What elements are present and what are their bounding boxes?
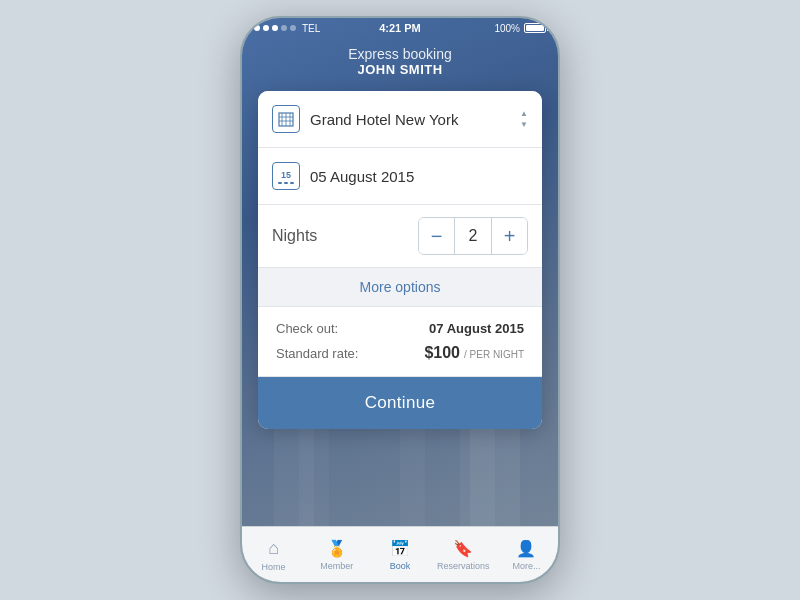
nav-label-member: Member (320, 561, 353, 571)
member-icon: 🏅 (327, 539, 347, 558)
more-options-row[interactable]: More options (258, 268, 542, 307)
page-header: Express booking JOHN SMITH (242, 38, 558, 91)
rate-row: Standard rate: $100 / PER NIGHT (276, 344, 524, 362)
nav-item-book[interactable]: 📅 Book (368, 539, 431, 571)
carrier-label: TEL (302, 23, 320, 34)
home-icon: ⌂ (268, 538, 279, 559)
nav-label-home: Home (262, 562, 286, 572)
rate-value: $100 / PER NIGHT (424, 344, 524, 362)
nav-label-reservations: Reservations (437, 561, 490, 571)
hotel-icon (272, 105, 300, 133)
hotel-dropdown-arrow: ▲ ▼ (520, 109, 528, 129)
user-name: JOHN SMITH (242, 62, 558, 77)
nav-item-home[interactable]: ⌂ Home (242, 538, 305, 572)
rate-label: Standard rate: (276, 346, 358, 361)
nav-label-more: More... (512, 561, 540, 571)
rate-per-night: / PER NIGHT (464, 349, 524, 360)
checkout-label: Check out: (276, 321, 338, 336)
time-display: 4:21 PM (379, 22, 421, 34)
signal-dot-4 (281, 25, 287, 31)
reservations-icon: 🔖 (453, 539, 473, 558)
nights-stepper: − 2 + (418, 217, 528, 255)
nav-item-more[interactable]: 👤 More... (495, 539, 558, 571)
booking-card: Grand Hotel New York ▲ ▼ 15 05 August 20… (258, 91, 542, 429)
rate-amount: $100 (424, 344, 460, 362)
nav-label-book: Book (390, 561, 411, 571)
phone-frame: TEL 4:21 PM 100% Express booking JOHN SM… (240, 16, 560, 584)
battery-percent: 100% (494, 23, 520, 34)
nights-decrement-button[interactable]: − (419, 218, 455, 254)
status-bar: TEL 4:21 PM 100% (242, 18, 558, 38)
signal-dot-5 (290, 25, 296, 31)
checkout-date-value: 07 August 2015 (429, 321, 524, 336)
checkout-row: Check out: 07 August 2015 (276, 321, 524, 336)
nav-item-reservations[interactable]: 🔖 Reservations (432, 539, 495, 571)
status-left: TEL (254, 23, 320, 34)
more-options-link[interactable]: More options (360, 279, 441, 295)
hotel-selector[interactable]: Grand Hotel New York ▲ ▼ (258, 91, 542, 148)
calendar-icon: 15 (272, 162, 300, 190)
more-icon: 👤 (516, 539, 536, 558)
hotel-building-icon (277, 110, 295, 128)
battery-icon (524, 23, 546, 33)
nights-increment-button[interactable]: + (491, 218, 527, 254)
checkin-date-value: 05 August 2015 (310, 168, 414, 185)
status-right: 100% (494, 23, 546, 34)
nights-row: Nights − 2 + (258, 205, 542, 268)
page-title: Express booking (242, 46, 558, 62)
bottom-navigation: ⌂ Home 🏅 Member 📅 Book 🔖 Reservations 👤 … (242, 526, 558, 582)
signal-dot-1 (254, 25, 260, 31)
signal-dot-3 (272, 25, 278, 31)
nav-item-member[interactable]: 🏅 Member (305, 539, 368, 571)
booking-summary: Check out: 07 August 2015 Standard rate:… (258, 307, 542, 377)
checkin-date-row[interactable]: 15 05 August 2015 (258, 148, 542, 205)
nights-label: Nights (272, 227, 418, 245)
continue-button[interactable]: Continue (258, 377, 542, 429)
signal-dot-2 (263, 25, 269, 31)
hotel-name-label: Grand Hotel New York (310, 111, 520, 128)
book-icon: 📅 (390, 539, 410, 558)
battery-fill (526, 25, 544, 31)
nights-value: 2 (455, 218, 491, 254)
